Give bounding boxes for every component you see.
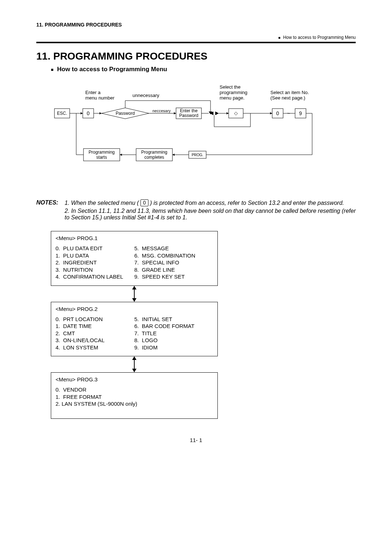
menu-boxes: <Menu> PROG.1 0. PLU DATA EDIT 1. PLU DA… bbox=[51, 231, 218, 419]
double-arrow-icon bbox=[131, 356, 138, 372]
flow-node-diamond: ◇ bbox=[234, 110, 238, 116]
flow-label-enter-menu: Enter a menu number bbox=[85, 90, 115, 101]
flow-node-esc: ESC. bbox=[57, 111, 67, 116]
subsection-title: How to access to Programming Menu bbox=[51, 66, 356, 73]
menu-prog2-right: 5. INITIAL SET 6. BAR CODE FORMAT 7. TIT… bbox=[134, 316, 213, 351]
notes-label: NOTES: bbox=[36, 199, 58, 206]
flow-node-zero: 0 bbox=[87, 110, 90, 116]
note-2: 2. In Section 11.1, 11.2 and 11.3, items… bbox=[65, 208, 356, 220]
double-arrow-icon bbox=[131, 286, 138, 302]
top-right-note-text: How to access to Programming Menu bbox=[283, 35, 356, 40]
menu-box-prog1: <Menu> PROG.1 0. PLU DATA EDIT 1. PLU DA… bbox=[51, 231, 218, 286]
menu-prog1-title: <Menu> PROG.1 bbox=[56, 235, 213, 241]
notes-block: NOTES: 1. When the selected menu ( 0 ) i… bbox=[36, 199, 356, 222]
menu-prog2-left: 0. PRT LOCATION 1. DATE TIME 2. CMT 3. O… bbox=[56, 316, 134, 351]
flow-node-prog-key: PROG. bbox=[192, 153, 203, 157]
note-1-post: ) is protected from an access, refer to … bbox=[148, 200, 344, 206]
flow-node-password: Password bbox=[116, 111, 135, 116]
flow-node-prog-starts-1: Programming bbox=[89, 150, 115, 155]
bullet-icon: ■ bbox=[278, 36, 281, 40]
running-header: 11. PROGRAMMING PROCEDURES bbox=[36, 22, 356, 28]
connector-2 bbox=[51, 356, 218, 372]
note-1-pre: 1. When the selected menu ( bbox=[65, 200, 140, 206]
menu-prog3-title: <Menu> PROG.3 bbox=[56, 376, 213, 382]
menu-box-prog3: <Menu> PROG.3 0. VENDOR 1. FREE FORMAT 2… bbox=[51, 372, 218, 419]
flowchart: Enter a menu number unnecessary Select t… bbox=[44, 80, 356, 185]
flow-node-prog-starts-2: starts bbox=[96, 155, 107, 160]
note-1-keycap: 0 bbox=[140, 199, 148, 206]
menu-prog2-title: <Menu> PROG.2 bbox=[56, 306, 213, 312]
flow-label-select-item: Select an item No. (See next page.) bbox=[270, 90, 310, 101]
connector-1 bbox=[51, 286, 218, 302]
flow-node-prog-completes-2: completes bbox=[144, 155, 164, 160]
svg-marker-36 bbox=[132, 286, 136, 289]
main-title: 11. PROGRAMMING PROCEDURES bbox=[36, 50, 356, 62]
flowchart-svg: Enter a menu number unnecessary Select t… bbox=[44, 80, 348, 185]
menu-box-prog2: <Menu> PROG.2 0. PRT LOCATION 1. DATE TI… bbox=[51, 302, 218, 357]
menu-prog3-body: 0. VENDOR 1. FREE FORMAT 2. LAN SYSTEM (… bbox=[56, 386, 213, 408]
divider bbox=[36, 42, 356, 43]
svg-marker-16 bbox=[215, 112, 219, 115]
svg-marker-40 bbox=[132, 369, 136, 372]
flow-label-select-page: Select the programming menu page. bbox=[220, 84, 249, 101]
svg-marker-39 bbox=[132, 356, 136, 360]
menu-prog1-left: 0. PLU DATA EDIT 1. PLU DATA 2. INGREDIE… bbox=[56, 245, 134, 280]
flow-label-unnecessary: unnecessary bbox=[132, 93, 159, 98]
page-number: 11- 1 bbox=[36, 437, 356, 443]
flow-label-neccesary: neccesary bbox=[152, 109, 171, 113]
flow-node-prog-completes-1: Programming bbox=[141, 150, 167, 155]
menu-prog1-right: 5. MESSAGE 6. MSG. COMBINATION 7. SPECIA… bbox=[134, 245, 213, 280]
flow-node-zero2: 0 bbox=[276, 110, 279, 116]
flow-node-enter-password-2: Password bbox=[179, 113, 199, 118]
svg-marker-37 bbox=[132, 298, 136, 302]
flow-node-enter-password-1: Enter the bbox=[180, 108, 198, 113]
top-right-note: ■ How to access to Programming Menu bbox=[36, 35, 356, 40]
flow-node-nine: 9 bbox=[299, 110, 302, 116]
